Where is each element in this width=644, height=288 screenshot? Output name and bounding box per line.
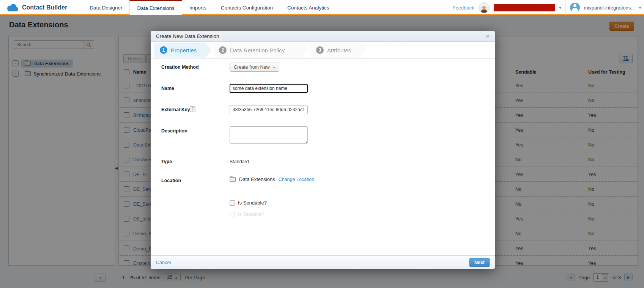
nav-divider [565,0,566,15]
cloud-logo-icon [6,4,19,12]
nav-right: Feedback ▾ mixpanel-integrations... ▾ [452,0,644,15]
tab-data-extensions[interactable]: Data Extensions [129,0,182,15]
location-label: Location [161,178,181,183]
einstein-avatar[interactable] [479,2,490,13]
is-testable-checkbox: Is Testable? [230,211,264,217]
modal-footer: Cancel Next [151,255,495,269]
wizard-steps: 1 Properties 2 Data Retention Policy 3 A… [151,42,495,59]
name-input[interactable] [230,84,308,93]
create-data-extension-modal: Create New Data Extension × 1 Properties… [151,31,495,269]
is-sendable-checkbox[interactable]: Is Sendable? [230,200,267,206]
tab-imports[interactable]: Imports [182,0,214,15]
help-icon[interactable]: ? [190,106,195,112]
top-nav: Contact Builder Data Designer Data Exten… [0,0,644,15]
modal-body: Creation Method Create from New ▾ Name E… [151,59,495,255]
type-label: Type [161,159,172,164]
checkbox-icon [230,212,235,217]
app-title: Contact Builder [22,4,67,11]
external-key-input[interactable] [230,105,308,114]
location-value: Data Extensions [239,176,275,182]
checkbox-icon [230,200,235,206]
close-icon[interactable]: × [486,33,490,39]
step-attributes[interactable]: 3 Attributes [310,43,367,58]
creation-method-label: Creation Method [161,65,199,70]
next-button[interactable]: Next [469,258,490,267]
account-name: mixpanel-integrations... [584,5,635,11]
description-label: Description [161,128,187,134]
app-brand: Contact Builder [0,0,82,15]
name-label: Name [161,86,174,91]
step-properties[interactable]: 1 Properties [154,43,212,58]
redacted-account-badge[interactable] [494,4,555,11]
external-key-label: External Key [161,107,190,112]
feedback-link[interactable]: Feedback [452,5,474,11]
tab-contacts-analytics[interactable]: Contacts Analytics [280,0,336,15]
tab-contacts-configuration[interactable]: Contacts Configuration [214,0,280,15]
nav-tabs: Data Designer Data Extensions Imports Co… [82,0,336,15]
folder-icon [230,177,236,182]
type-value: Standard [230,159,249,164]
chevron-down-icon[interactable]: ▾ [559,6,561,10]
modal-header: Create New Data Extension × [151,31,495,42]
description-textarea[interactable] [230,126,308,144]
creation-method-dropdown[interactable]: Create from New ▾ [230,63,279,72]
chevron-down-icon: ▾ [273,65,275,69]
user-avatar-icon[interactable] [570,3,580,13]
step-data-retention-policy[interactable]: 2 Data Retention Policy [213,43,309,58]
change-location-link[interactable]: Change Location [279,177,315,182]
account-chevron-down-icon[interactable]: ▾ [639,6,641,10]
tab-data-designer[interactable]: Data Designer [82,0,129,15]
modal-title: Create New Data Extension [156,33,219,39]
cancel-link[interactable]: Cancel [156,260,171,265]
